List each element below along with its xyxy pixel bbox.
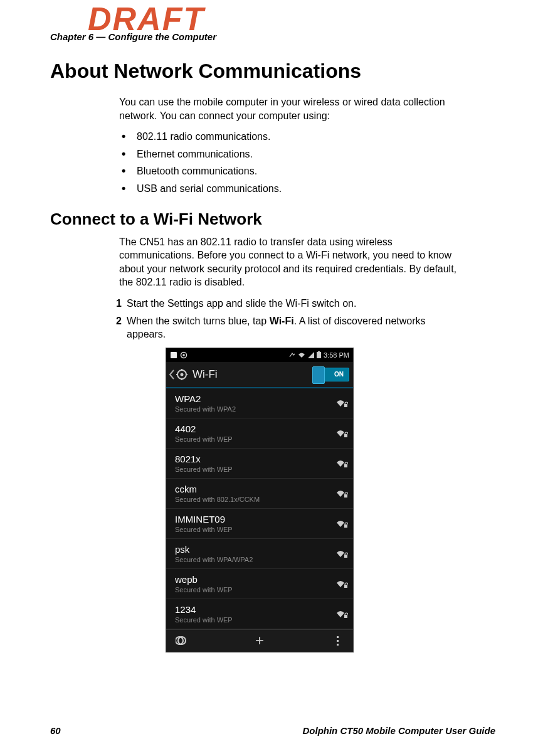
step-bold-wifi: Wi-Fi [270,316,294,326]
step-text-pre: When the switch turns blue, tap [127,316,270,326]
wifi-ssid: cckm [175,484,260,494]
svg-point-2 [182,354,185,356]
svg-rect-14 [344,494,347,498]
list-item: Ethernet communications. [119,147,458,161]
wifi-signal-lock-icon [335,548,348,558]
wifi-signal-lock-icon [335,488,348,498]
wifi-signal-lock-icon [335,428,348,438]
wifi-ssid: 4402 [175,423,233,434]
svg-rect-4 [318,351,320,352]
overflow-menu-button[interactable] [330,636,344,646]
wifi-ssid: WPA2 [175,393,236,404]
heading-about-network-communications: About Network Communications [50,60,495,83]
step-text: When the switch turns blue, tap Wi-Fi. A… [127,316,426,340]
wifi-ssid: 1234 [175,604,233,615]
wifi-signal-lock-icon [335,518,348,528]
step-number: 1 [108,297,122,311]
settings-gear-icon [176,369,187,380]
wifi-header-title: Wi-Fi [193,368,310,381]
svg-point-6 [181,373,184,376]
wifi-ssid: 8021x [175,454,233,464]
wifi-ssid: wepb [175,574,233,585]
add-network-button[interactable]: + [253,633,266,648]
wifi-security: Secured with WEP [175,616,233,624]
page-number: 60 [50,725,61,736]
step-number: 2 [108,314,122,328]
svg-rect-12 [344,434,347,437]
wifi-signal-lock-icon [335,609,348,619]
step-2: 2 When the switch turns blue, tap Wi-Fi.… [108,314,459,341]
wifi-toggle-label: ON [334,371,344,378]
wifi-network-row[interactable]: 4402Secured with WEP [166,418,353,449]
wifi-signal-lock-icon [335,458,348,468]
wifi-ssid: psk [175,544,253,555]
wifi-toggle[interactable]: ON [315,368,349,381]
step-1: 1 Start the Settings app and slide the W… [108,297,459,311]
guide-title: Dolphin CT50 Mobile Computer User Guide [302,725,495,736]
chevron-left-icon [169,370,175,380]
wifi-network-row[interactable]: IMMINET09Secured with WEP [166,509,353,539]
wifi-signal-lock-icon [335,398,348,408]
wifi-security: Secured with WEP [175,586,233,594]
signal-icon [308,352,314,358]
status-time: 3:58 PM [324,351,349,359]
wifi-security: Secured with WEP [175,466,233,473]
wps-button[interactable] [175,636,189,646]
wifi-security: Secured with WPA/WPA2 [175,556,253,563]
back-button[interactable] [169,369,187,380]
wifi-network-row[interactable]: 1234Secured with WEP [166,599,353,629]
wifi-network-row[interactable]: wepbSecured with WEP [166,569,353,599]
wifi-network-row[interactable]: 8021xSecured with WEP [166,449,353,479]
plus-icon: + [255,633,264,648]
activity-icon [289,352,295,358]
status-app-icon [170,351,177,359]
wifi-security: Secured with WPA2 [175,405,236,413]
connection-types-list: 802.11 radio communications. Ethernet co… [119,130,458,195]
gear-icon [180,351,187,359]
page-footer: 60 Dolphin CT50 Mobile Computer User Gui… [50,725,495,736]
battery-icon [317,351,321,358]
wifi-security: Secured with 802.1x/CCKM [175,496,260,503]
wifi-network-row[interactable]: WPA2Secured with WPA2 [166,388,353,418]
wifi-settings-screenshot: 3:58 PM Wi-Fi ON WPA2Secured with WPA2 4… [166,348,354,652]
svg-rect-17 [344,585,347,588]
wifi-ssid: IMMINET09 [175,514,233,524]
wps-icon [176,636,188,646]
wifi-header: Wi-Fi ON [166,362,353,388]
svg-rect-18 [344,615,347,618]
svg-rect-11 [344,404,347,407]
bottom-action-bar: + [166,629,353,652]
list-item: Bluetooth communications. [119,164,458,178]
intro-paragraph: You can use the mobile computer in your … [119,95,458,122]
status-bar: 3:58 PM [166,348,353,362]
svg-rect-15 [344,524,347,528]
svg-rect-13 [344,464,347,467]
svg-rect-0 [171,352,177,358]
overflow-icon [337,636,339,646]
svg-rect-16 [344,555,347,558]
wifi-security: Secured with WEP [175,435,233,443]
wifi-network-row[interactable]: pskSecured with WPA/WPA2 [166,539,353,569]
wifi-security: Secured with WEP [175,526,233,533]
wifi-network-list: WPA2Secured with WPA2 4402Secured with W… [166,388,353,629]
wifi-network-row[interactable]: cckmSecured with 802.1x/CCKM [166,479,353,509]
list-item: 802.11 radio communications. [119,130,458,144]
wifi-intro-paragraph: The CN51 has an 802.11 radio to transfer… [119,235,458,289]
heading-connect-wifi: Connect to a Wi-Fi Network [50,210,495,229]
list-item: USB and serial communications. [119,182,458,196]
svg-rect-3 [317,352,321,358]
wifi-signal-lock-icon [335,578,348,588]
step-text: Start the Settings app and slide the Wi-… [127,298,356,309]
wifi-icon [298,352,305,358]
draft-watermark: DRAFT [88,0,204,38]
wifi-steps: 1 Start the Settings app and slide the W… [108,297,459,341]
